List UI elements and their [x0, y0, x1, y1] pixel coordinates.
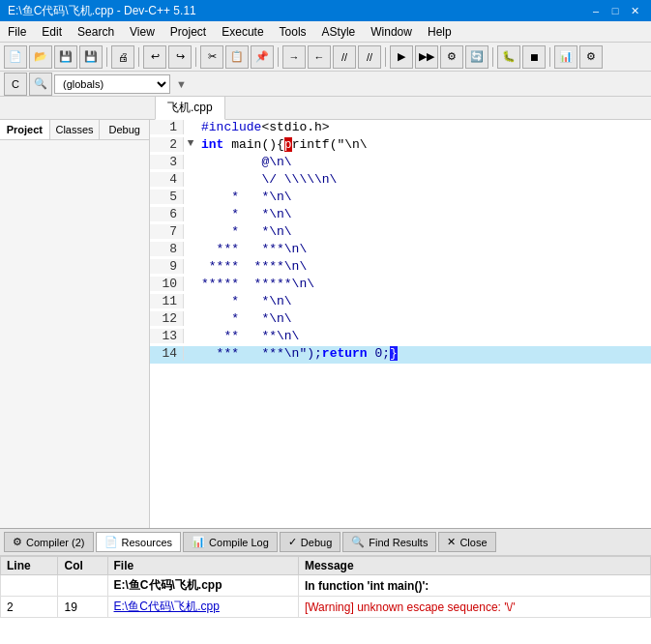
tb-indent[interactable]: → [282, 45, 306, 69]
row2-col: 19 [58, 597, 107, 618]
tb-unindent[interactable]: ← [308, 45, 331, 69]
tb-classes[interactable]: C [4, 73, 27, 96]
tb-paste[interactable]: 📌 [251, 45, 274, 69]
code-line-3: 3 @\n\ [150, 155, 651, 172]
code-line-5: 5 * *\n\ [150, 190, 651, 207]
editor-area: Project Classes Debug 1 #include<stdio.h… [0, 120, 651, 528]
compiler-content: Line Col File Message E:\鱼C代码\飞机.cpp In … [0, 556, 651, 644]
bottom-tab-compiler[interactable]: ⚙ Compiler (2) [4, 532, 94, 552]
title-bar-controls: – □ ✕ [587, 2, 643, 19]
menu-astyle[interactable]: AStyle [314, 23, 364, 41]
tb-cut[interactable]: ✂ [200, 45, 223, 69]
tb-compile[interactable]: ▶ [390, 45, 413, 69]
menu-execute[interactable]: Execute [214, 23, 271, 41]
debug-tab-label: Debug [301, 537, 332, 548]
menu-tools[interactable]: Tools [272, 23, 314, 41]
sidebar-tab-classes[interactable]: Classes [50, 120, 101, 139]
tab-file[interactable]: 飞机.cpp [155, 96, 225, 120]
close-tab-label: Close [459, 537, 487, 548]
bottom-tab-close[interactable]: ✕ Close [438, 532, 495, 552]
code-line-8: 8 *** ***\n\ [150, 242, 651, 259]
code-line-9: 9 **** ****\n\ [150, 259, 651, 277]
tb-settings[interactable]: ⚙ [579, 45, 603, 69]
menu-window[interactable]: Window [363, 23, 420, 41]
compiler-tab-label: Compiler (2) [26, 537, 85, 548]
sidebar-tab-project[interactable]: Project [0, 120, 50, 139]
code-line-4: 4 \/ \\\\\n\ [150, 172, 651, 190]
tb-sep6 [492, 47, 493, 67]
tb-save[interactable]: 💾 [54, 45, 77, 69]
menu-project[interactable]: Project [163, 23, 214, 41]
bottom-tabs: ⚙ Compiler (2) 📄 Resources 📊 Compile Log… [0, 529, 651, 556]
tb-debug[interactable]: 🐛 [497, 45, 520, 69]
tb-stop-debug[interactable]: ⏹ [522, 45, 546, 69]
toolbar2: C 🔍 (globals) ▼ [0, 72, 651, 97]
code-line-11: 11 * *\n\ [150, 294, 651, 311]
tb-toggle-comment[interactable]: // [333, 45, 356, 69]
tb-compile-run[interactable]: ⚙ [440, 45, 463, 69]
tb-sep4 [278, 47, 279, 67]
code-editor[interactable]: 1 #include<stdio.h> 2 ▼ int main(){print… [150, 120, 651, 528]
row1-file: E:\鱼C代码\飞机.cpp [107, 575, 298, 597]
code-line-14: 14 *** ***\n");return 0;} [150, 346, 651, 364]
tb-search[interactable]: 🔍 [29, 73, 52, 96]
tb-sep3 [195, 47, 196, 67]
resources-tab-label: Resources [122, 537, 173, 548]
bottom-tab-resources[interactable]: 📄 Resources [96, 532, 182, 552]
table-row: 2 19 E:\鱼C代码\飞机.cpp [Warning] unknown es… [1, 597, 651, 618]
tb-chart[interactable]: 📊 [554, 45, 577, 69]
app-window: E:\鱼C代码\飞机.cpp - Dev-C++ 5.11 – □ ✕ File… [0, 0, 651, 644]
tb-sep1 [106, 47, 107, 67]
col-message: Message [298, 557, 650, 575]
row1-message: In function 'int main()': [298, 575, 650, 597]
maximize-button[interactable]: □ [607, 2, 624, 19]
sidebar: Project Classes Debug [0, 120, 150, 528]
tb-redo[interactable]: ↪ [168, 45, 192, 69]
close-tab-icon: ✕ [447, 536, 456, 548]
menu-edit[interactable]: Edit [34, 23, 70, 41]
row2-line: 2 [1, 597, 58, 618]
findresults-tab-icon: 🔍 [351, 536, 365, 548]
menu-file[interactable]: File [0, 23, 34, 41]
bottom-tab-findresults[interactable]: 🔍 Find Results [342, 532, 436, 552]
code-line-10: 10 ***** *****\n\ [150, 277, 651, 294]
tb-untoggle-comment[interactable]: // [358, 45, 381, 69]
tb-print[interactable]: 🖨 [111, 45, 134, 69]
row2-file[interactable]: E:\鱼C代码\飞机.cpp [107, 597, 298, 618]
row1-line [1, 575, 58, 597]
tb-open[interactable]: 📂 [29, 45, 52, 69]
globals-combo[interactable]: (globals) [54, 74, 170, 94]
code-line-12: 12 * *\n\ [150, 311, 651, 329]
close-button[interactable]: ✕ [626, 2, 643, 19]
col-col: Col [58, 557, 107, 575]
bottom-panel: ⚙ Compiler (2) 📄 Resources 📊 Compile Log… [0, 528, 651, 644]
findresults-tab-label: Find Results [369, 537, 428, 548]
tb-sep2 [138, 47, 139, 67]
menu-help[interactable]: Help [420, 23, 459, 41]
menu-search[interactable]: Search [70, 23, 122, 41]
bottom-tab-compilelog[interactable]: 📊 Compile Log [183, 532, 278, 552]
tb-save-all[interactable]: 💾 [79, 45, 103, 69]
col-line: Line [1, 557, 58, 575]
code-line-13: 13 ** **\n\ [150, 329, 651, 346]
tb-copy[interactable]: 📋 [225, 45, 249, 69]
sidebar-tab-debug[interactable]: Debug [100, 120, 149, 139]
debug-tab-icon: ✓ [288, 536, 297, 548]
tb-undo[interactable]: ↩ [143, 45, 166, 69]
toolbar1: 📄 📂 💾 💾 🖨 ↩ ↪ ✂ 📋 📌 → ← // // ▶ ▶▶ ⚙ 🔄 🐛… [0, 43, 651, 72]
col-file: File [107, 557, 298, 575]
menu-view[interactable]: View [122, 23, 163, 41]
row1-col [58, 575, 107, 597]
tb-run[interactable]: ▶▶ [415, 45, 438, 69]
row2-message: [Warning] unknown escape sequence: '\/' [298, 597, 650, 618]
tb-new[interactable]: 📄 [4, 45, 27, 69]
sidebar-tabs: Project Classes Debug [0, 120, 149, 140]
compiler-table: Line Col File Message E:\鱼C代码\飞机.cpp In … [0, 556, 651, 618]
tb-sep7 [549, 47, 550, 67]
tb-rebuild[interactable]: 🔄 [465, 45, 488, 69]
title-bar-text: E:\鱼C代码\飞机.cpp - Dev-C++ 5.11 [8, 3, 196, 19]
code-line-1: 1 #include<stdio.h> [150, 120, 651, 137]
bottom-tab-debug[interactable]: ✓ Debug [280, 532, 340, 552]
minimize-button[interactable]: – [587, 2, 605, 19]
code-line-2: 2 ▼ int main(){printf("\n\ [150, 137, 651, 155]
